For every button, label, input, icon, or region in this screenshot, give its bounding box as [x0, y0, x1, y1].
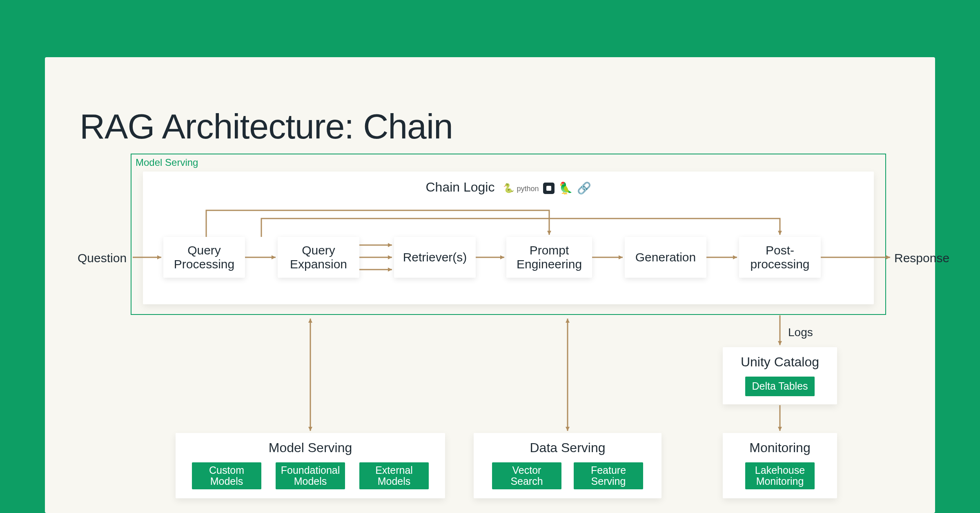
- model-serving-group-title: Model Serving: [176, 440, 445, 455]
- vector-search-chip: Vector Search: [492, 462, 561, 489]
- monitoring-box: Monitoring Lakehouse Monitoring: [723, 433, 837, 498]
- chain-logic-icons: 🐍 python 🦜 🔗: [503, 181, 591, 195]
- stage-query-expansion: Query Expansion: [278, 237, 359, 278]
- stage-retriever: Retriever(s): [394, 237, 476, 278]
- python-icon: 🐍 python: [503, 183, 539, 194]
- logo-square-icon: [543, 183, 555, 194]
- stage-post-processing: Post- processing: [739, 237, 821, 278]
- parrot-icon: 🦜: [559, 181, 573, 195]
- delta-tables-chip: Delta Tables: [745, 377, 815, 396]
- diagram-title: RAG Architecture: Chain: [80, 106, 453, 147]
- feature-serving-chip: Feature Serving: [574, 462, 643, 489]
- data-serving-group-title: Data Serving: [474, 440, 662, 455]
- stage-generation: Generation: [625, 237, 706, 278]
- input-label: Question: [78, 251, 127, 265]
- chain-logic-title: Chain Logic 🐍 python 🦜 🔗: [143, 180, 874, 195]
- foundational-models-chip: Foundational Models: [276, 462, 345, 489]
- custom-models-chip: Custom Models: [192, 462, 261, 489]
- unity-catalog-title: Unity Catalog: [723, 355, 837, 370]
- stage-prompt-engineering: Prompt Engineering: [506, 237, 592, 278]
- stage-query-processing: Query Processing: [163, 237, 245, 278]
- logs-label: Logs: [788, 326, 813, 339]
- data-serving-group-box: Data Serving Vector Search Feature Servi…: [474, 433, 662, 498]
- model-serving-group-box: Model Serving Custom Models Foundational…: [176, 433, 445, 498]
- model-serving-label: Model Serving: [136, 157, 198, 168]
- lakehouse-monitoring-chip: Lakehouse Monitoring: [745, 462, 815, 489]
- unity-catalog-box: Unity Catalog Delta Tables: [723, 347, 837, 404]
- chain-logic-label: Chain Logic: [425, 180, 494, 194]
- monitoring-title: Monitoring: [723, 440, 837, 455]
- diagram-canvas: RAG Architecture: Chain Model Serving Ch…: [45, 57, 935, 513]
- output-label: Response: [894, 251, 949, 265]
- external-models-chip: External Models: [359, 462, 429, 489]
- link-icon: 🔗: [577, 181, 591, 195]
